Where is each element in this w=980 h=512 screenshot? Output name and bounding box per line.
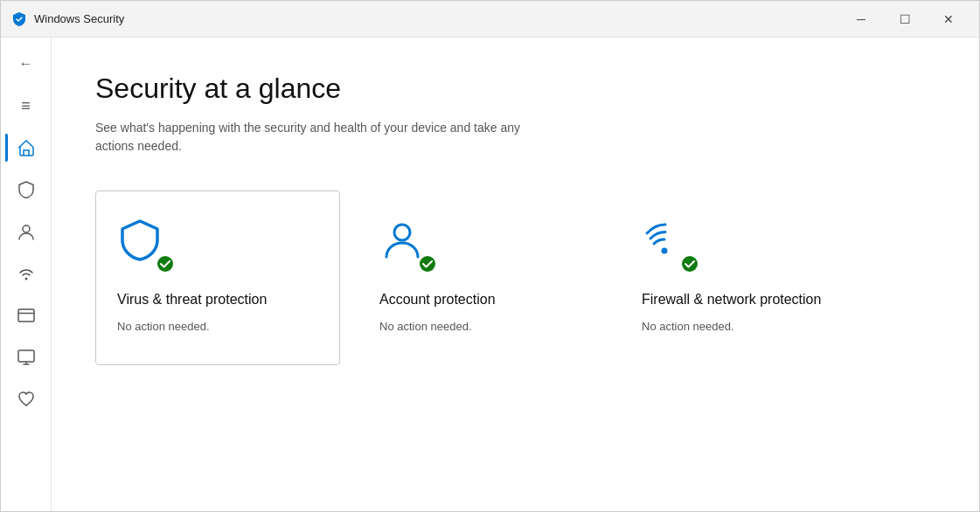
svg-point-1 (24, 278, 27, 280)
sidebar-item-firewall[interactable] (5, 254, 47, 293)
app-body: ← ≡ (1, 38, 979, 511)
menu-button[interactable]: ≡ (5, 86, 47, 125)
card-title-virus: Virus & threat protection (117, 291, 318, 309)
page-title: Security at a glance (95, 73, 935, 105)
monitor-nav-icon (17, 348, 36, 367)
minimize-button[interactable]: ─ (841, 6, 881, 32)
home-icon (17, 138, 36, 157)
card-status-firewall: No action needed. (642, 320, 843, 333)
card-firewall-network[interactable]: Firewall & network protection No action … (620, 190, 865, 365)
sidebar-item-device[interactable] (5, 338, 47, 377)
check-badge-firewall (680, 254, 699, 273)
title-bar-controls: ─ ☐ ✕ (841, 6, 969, 32)
main-content: Security at a glance See what's happenin… (52, 38, 979, 511)
page-subtitle: See what's happening with the security a… (95, 119, 550, 156)
sidebar-item-app[interactable] (5, 296, 47, 335)
person-nav-icon (17, 222, 36, 241)
card-status-virus: No action needed. (117, 320, 318, 333)
check-badge-account (418, 254, 437, 273)
card-account-protection[interactable]: Account protection No action needed. (358, 190, 602, 365)
heart-nav-icon (17, 390, 36, 409)
sidebar-item-home[interactable] (5, 128, 47, 167)
card-status-account: No action needed. (379, 320, 580, 333)
close-button[interactable]: ✕ (928, 6, 969, 32)
cards-grid: Virus & threat protection No action need… (95, 190, 935, 365)
title-bar: Windows Security ─ ☐ ✕ (1, 1, 979, 38)
svg-rect-2 (18, 309, 34, 322)
title-bar-left: Windows Security (11, 11, 124, 27)
check-badge-virus (156, 254, 175, 273)
sidebar: ← ≡ (1, 38, 52, 511)
wifi-nav-icon (17, 264, 36, 283)
svg-rect-4 (18, 350, 34, 362)
back-icon: ← (19, 56, 33, 72)
svg-point-6 (157, 256, 173, 272)
card-icon-area-account (379, 218, 435, 273)
card-title-firewall: Firewall & network protection (642, 291, 843, 309)
shield-nav-icon (17, 180, 36, 199)
hamburger-icon: ≡ (21, 97, 31, 115)
svg-point-12 (682, 256, 698, 272)
card-title-account: Account protection (379, 291, 580, 309)
svg-point-9 (420, 256, 435, 272)
card-icon-area-firewall (642, 218, 698, 273)
app-title: Windows Security (34, 12, 124, 25)
svg-point-7 (394, 225, 410, 240)
svg-point-10 (662, 248, 668, 254)
sidebar-item-account[interactable] (5, 212, 47, 251)
svg-point-0 (23, 225, 30, 232)
sidebar-item-virus[interactable] (5, 170, 47, 209)
sidebar-item-health[interactable] (5, 380, 47, 419)
card-icon-area-virus (117, 218, 173, 273)
card-virus-threat[interactable]: Virus & threat protection No action need… (95, 190, 340, 365)
back-button[interactable]: ← (5, 45, 47, 83)
app-icon (11, 11, 27, 27)
maximize-button[interactable]: ☐ (885, 6, 925, 32)
window-nav-icon (17, 306, 36, 325)
